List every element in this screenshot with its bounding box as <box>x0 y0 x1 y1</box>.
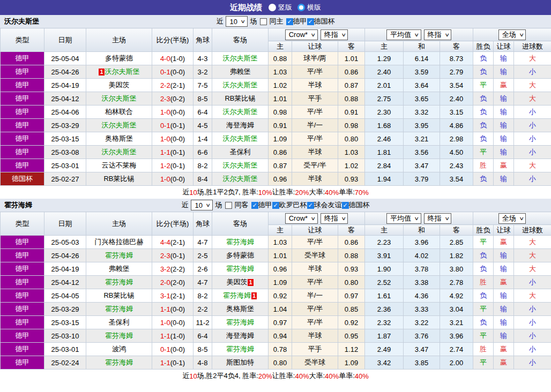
team-link[interactable]: 云达不莱梅 <box>102 161 137 169</box>
summary-text: 10 <box>189 189 197 197</box>
odds-home-cell: 1.01 <box>269 249 292 262</box>
league-cell: 德甲 <box>1 79 44 92</box>
team-link[interactable]: 波鸿 <box>112 345 126 353</box>
results-tbody: 德甲25-05-03门兴格拉德巴赫4-4(2-1)4-7霍芬海姆1.03平/半0… <box>1 236 551 370</box>
team-link[interactable]: 圣保利 <box>230 148 251 156</box>
team-link[interactable]: 霍芬海姆 <box>105 358 133 366</box>
team-link[interactable]: 弗赖堡 <box>230 67 251 76</box>
league-checkbox[interactable]: ✓ <box>342 202 349 209</box>
average-group-header: 平均值∨ 终指∨ <box>365 212 473 225</box>
handicap-cell: 平/半 <box>292 316 338 329</box>
team-link[interactable]: 霍芬海姆 <box>226 345 254 353</box>
half-time-score: (2-0) <box>170 278 185 287</box>
avg-away-cell: 3.21 <box>440 316 473 329</box>
home-team-cell: RB莱比锡 <box>86 172 152 186</box>
half-time-score: (0-0) <box>170 68 185 76</box>
team-link[interactable]: 奥格斯堡 <box>105 134 133 142</box>
same-venue-checkbox[interactable] <box>260 18 267 25</box>
same-venue-checkbox[interactable] <box>225 202 232 209</box>
away-team-cell: 多特蒙德 <box>212 249 269 262</box>
away-team-cell: 沃尔夫斯堡 <box>212 159 269 172</box>
bookmaker-select[interactable]: Crow*∨ <box>285 29 318 40</box>
team-link[interactable]: 门兴格拉德巴赫 <box>95 238 144 246</box>
recent-count-select[interactable]: 10∨ <box>226 16 247 27</box>
team-link[interactable]: 沃尔夫斯堡 <box>223 54 258 62</box>
team-link[interactable]: 沃尔夫斯堡 <box>223 161 258 169</box>
league-checkbox[interactable]: ✓ <box>307 18 314 25</box>
odds-away-cell: 0.95 <box>338 329 365 343</box>
team-link[interactable]: 沃尔夫斯堡 <box>102 148 137 156</box>
team-link[interactable]: 霍芬海姆 <box>105 305 133 313</box>
scope-select[interactable]: 全场∨ <box>498 29 526 40</box>
team-link[interactable]: 沃尔夫斯堡 <box>223 134 258 142</box>
home-team-cell: 波鸿 <box>86 343 152 356</box>
goals-result-cell: 小 <box>514 146 551 159</box>
table-row: 德甲25-03-08沃尔夫斯堡1-1(0-1)6-6圣保利0.86半球1.031… <box>1 146 551 159</box>
team-link[interactable]: 沃尔夫斯堡 <box>223 175 258 183</box>
team-link[interactable]: 霍芬海姆 <box>223 291 251 299</box>
team-link[interactable]: 斯图加特 <box>226 358 254 366</box>
bookmaker-stage-select[interactable]: 终指∨ <box>321 213 348 224</box>
avg-draw-cell: 6.14 <box>404 52 440 65</box>
team-link[interactable]: 圣保利 <box>109 318 130 326</box>
team-link[interactable]: 多特蒙德 <box>226 251 254 259</box>
team-link[interactable]: RB莱比锡 <box>103 175 134 183</box>
team-link[interactable]: RB莱比锡 <box>225 94 255 102</box>
wdl-result-cell: 平 <box>473 146 494 159</box>
team-link[interactable]: 沃尔夫斯堡 <box>223 108 258 116</box>
team-link[interactable]: 海登海姆 <box>226 121 254 129</box>
team-link[interactable]: RB莱比锡 <box>103 291 134 299</box>
radio-icon[interactable] <box>269 4 276 11</box>
league-checkbox[interactable]: ✓ <box>307 202 314 209</box>
scope-select[interactable]: 全场∨ <box>498 213 526 224</box>
average-select[interactable]: 平均值∨ <box>386 213 421 224</box>
league-checkbox[interactable]: ✓ <box>272 202 279 209</box>
wdl-result-cell: 负 <box>473 316 494 329</box>
league-cell: 德甲 <box>1 119 44 132</box>
recent-count-select[interactable]: 10∨ <box>191 200 212 210</box>
team-link[interactable]: 霍芬海姆 <box>105 251 133 259</box>
league-checkbox-label: 德国杯 <box>349 200 370 210</box>
bookmaker-stage-select[interactable]: 终指∨ <box>321 29 348 40</box>
team-link[interactable]: 美因茨 <box>109 81 130 89</box>
league-checkbox[interactable]: ✓ <box>251 202 258 209</box>
summary-text: 40% <box>325 189 339 197</box>
team-link[interactable]: 沃尔夫斯堡 <box>102 94 137 102</box>
team-link[interactable]: 多特蒙德 <box>105 54 133 62</box>
bookmaker-select[interactable]: Crow*∨ <box>285 213 318 224</box>
handicap-cell: 平手 <box>292 343 338 356</box>
average-stage-select[interactable]: 终指∨ <box>424 29 452 40</box>
date-cell: 25-03-01 <box>44 343 86 356</box>
avg-away-cell: 3.15 <box>440 105 473 119</box>
same-venue-label: 同客 <box>235 200 249 210</box>
chevron-down-icon: ∨ <box>444 32 450 37</box>
average-stage-select[interactable]: 终指∨ <box>424 213 452 224</box>
average-select[interactable]: 平均值∨ <box>386 29 421 40</box>
radio-icon[interactable] <box>297 4 305 11</box>
team-link[interactable]: 沃尔夫斯堡 <box>102 121 137 129</box>
away-team-cell: 沃尔夫斯堡 <box>212 172 269 186</box>
col-result-goals: 进球数 <box>514 225 551 236</box>
team-link[interactable]: 沃尔夫斯堡 <box>223 81 258 89</box>
team-link[interactable]: 霍芬海姆 <box>105 331 133 340</box>
team-link[interactable]: 沃尔夫斯堡 <box>105 67 140 76</box>
full-time-score: 2-3 <box>160 95 170 103</box>
handicap-cell: 受半球 <box>292 356 338 370</box>
team-link[interactable]: 霍芬海姆 <box>226 238 254 246</box>
team-link[interactable]: 霍芬海姆 <box>226 318 254 326</box>
team-link[interactable]: 海登海姆 <box>226 331 254 340</box>
avg-away-cell: 2.43 <box>440 159 473 172</box>
half-time-score: (0-0) <box>170 175 185 183</box>
team-link[interactable]: 柏林联合 <box>105 108 133 116</box>
team-link[interactable]: 弗赖堡 <box>109 265 130 273</box>
team-link[interactable]: 美因茨 <box>226 278 247 286</box>
goals-result-cell: 大 <box>514 236 551 249</box>
league-checkbox[interactable]: ✓ <box>286 18 293 25</box>
team-link[interactable]: 霍芬海姆 <box>105 278 133 286</box>
scope-value: 全场 <box>502 30 516 40</box>
team-link[interactable]: 霍芬海姆 <box>226 265 254 273</box>
score-cell: 1-1(1-0) <box>152 329 193 343</box>
home-team-cell: RB莱比锡 <box>86 289 152 303</box>
avg-draw-cell: 3.47 <box>404 343 440 356</box>
team-link[interactable]: 奥格斯堡 <box>226 305 254 313</box>
